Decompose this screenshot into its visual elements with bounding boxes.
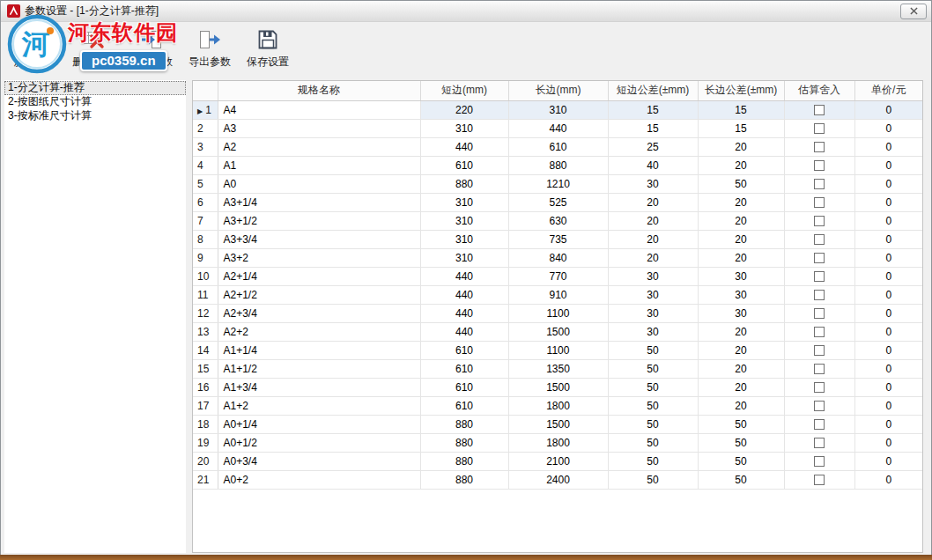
rounding-checkbox[interactable] (814, 216, 825, 226)
cell-price[interactable]: 0 (854, 100, 922, 119)
cell-spec-name[interactable]: A2 (218, 137, 420, 156)
cell-spec-name[interactable]: A2+1/2 (218, 285, 420, 304)
cell-rounding[interactable] (784, 359, 854, 378)
cell-price[interactable]: 0 (854, 415, 922, 433)
cell-long-side[interactable]: 1100 (508, 341, 608, 359)
cell-short-side[interactable]: 880 (420, 415, 508, 433)
cell-rounding[interactable] (784, 119, 854, 137)
cell-long-side[interactable]: 310 (508, 100, 608, 119)
cell-long-tolerance[interactable]: 50 (698, 433, 784, 452)
cell-rounding[interactable] (784, 433, 854, 452)
cell-price[interactable]: 0 (854, 119, 922, 137)
cell-long-side[interactable]: 2100 (508, 452, 608, 470)
cell-long-side[interactable]: 525 (508, 193, 608, 211)
cell-long-side[interactable]: 910 (508, 285, 608, 304)
cell-spec-name[interactable]: A4 (218, 100, 420, 119)
cell-long-side[interactable]: 630 (508, 211, 608, 230)
sidebar-splitter[interactable] (186, 80, 192, 553)
cell-rounding[interactable] (784, 174, 854, 193)
cell-price[interactable]: 0 (854, 322, 922, 341)
cell-rounding[interactable] (784, 304, 854, 322)
rounding-checkbox[interactable] (814, 327, 825, 337)
row-header-cell[interactable]: 18 (193, 415, 218, 433)
cell-price[interactable]: 0 (854, 359, 922, 378)
sidebar-item[interactable]: 3-按标准尺寸计算 (4, 109, 186, 123)
cell-price[interactable]: 0 (854, 452, 922, 470)
cell-short-tolerance[interactable]: 50 (608, 341, 698, 359)
export-params-button[interactable]: 导出参数 (181, 27, 239, 77)
rounding-checkbox[interactable] (814, 253, 825, 263)
cell-rounding[interactable] (784, 248, 854, 267)
rounding-checkbox[interactable] (814, 456, 825, 467)
save-settings-button[interactable]: 保存设置 (239, 27, 297, 77)
cell-spec-name[interactable]: A3 (218, 119, 420, 137)
rounding-checkbox[interactable] (814, 290, 825, 300)
col-header-price[interactable]: 单价/元 (854, 81, 922, 100)
rounding-checkbox[interactable] (814, 271, 825, 282)
row-header-cell[interactable]: 15 (193, 359, 218, 378)
cell-price[interactable]: 0 (854, 174, 922, 193)
cell-rounding[interactable] (784, 452, 854, 470)
cell-spec-name[interactable]: A0+1/2 (218, 433, 420, 452)
cell-spec-name[interactable]: A1+1/4 (218, 341, 420, 359)
cell-long-side[interactable]: 1500 (508, 415, 608, 433)
cell-long-tolerance[interactable]: 30 (698, 267, 784, 285)
cell-rounding[interactable] (784, 100, 854, 119)
cell-rounding[interactable] (784, 285, 854, 304)
cell-price[interactable]: 0 (854, 470, 922, 489)
cell-long-side[interactable]: 735 (508, 230, 608, 248)
row-header-cell[interactable]: 9 (193, 248, 218, 267)
cell-short-side[interactable]: 220 (420, 100, 508, 119)
cell-short-tolerance[interactable]: 50 (608, 452, 698, 470)
cell-short-tolerance[interactable]: 50 (608, 415, 698, 433)
cell-short-tolerance[interactable]: 50 (608, 396, 698, 415)
cell-long-side[interactable]: 880 (508, 156, 608, 174)
cell-short-side[interactable]: 440 (420, 304, 508, 322)
cell-short-side[interactable]: 310 (420, 119, 508, 137)
cell-long-tolerance[interactable]: 50 (698, 415, 784, 433)
cell-rounding[interactable] (784, 322, 854, 341)
row-header-cell[interactable]: 4 (193, 156, 218, 174)
cell-long-tolerance[interactable]: 20 (698, 193, 784, 211)
cell-long-tolerance[interactable]: 15 (698, 100, 784, 119)
cell-short-tolerance[interactable]: 40 (608, 156, 698, 174)
cell-spec-name[interactable]: A2+2 (218, 322, 420, 341)
cell-rounding[interactable] (784, 415, 854, 433)
cell-price[interactable]: 0 (854, 285, 922, 304)
cell-rounding[interactable] (784, 193, 854, 211)
close-button[interactable] (900, 4, 927, 19)
cell-spec-name[interactable]: A0+3/4 (218, 452, 420, 470)
cell-long-tolerance[interactable]: 20 (698, 378, 784, 396)
cell-short-side[interactable]: 440 (420, 322, 508, 341)
cell-price[interactable]: 0 (854, 230, 922, 248)
cell-short-tolerance[interactable]: 20 (608, 248, 698, 267)
row-header-cell[interactable]: 13 (193, 322, 218, 341)
row-header-cell[interactable]: 6 (193, 193, 218, 211)
cell-spec-name[interactable]: A3+3/4 (218, 230, 420, 248)
cell-short-tolerance[interactable]: 30 (608, 322, 698, 341)
rounding-checkbox[interactable] (814, 105, 825, 115)
cell-long-tolerance[interactable]: 20 (698, 248, 784, 267)
cell-price[interactable]: 0 (854, 248, 922, 267)
cell-long-tolerance[interactable]: 20 (698, 322, 784, 341)
cell-price[interactable]: 0 (854, 396, 922, 415)
cell-rounding[interactable] (784, 378, 854, 396)
cell-long-tolerance[interactable]: 20 (698, 396, 784, 415)
cell-long-tolerance[interactable]: 20 (698, 341, 784, 359)
rounding-checkbox[interactable] (814, 179, 825, 189)
cell-short-side[interactable]: 880 (420, 452, 508, 470)
cell-spec-name[interactable]: A0+2 (218, 470, 420, 489)
cell-long-tolerance[interactable]: 20 (698, 230, 784, 248)
cell-long-side[interactable]: 770 (508, 267, 608, 285)
rounding-checkbox[interactable] (814, 475, 825, 485)
cell-spec-name[interactable]: A3+1/2 (218, 211, 420, 230)
cell-long-side[interactable]: 1500 (508, 378, 608, 396)
cell-short-side[interactable]: 310 (420, 193, 508, 211)
rounding-checkbox[interactable] (814, 142, 825, 152)
cell-long-tolerance[interactable]: 15 (698, 119, 784, 137)
cell-spec-name[interactable]: A0+1/4 (218, 415, 420, 433)
cell-long-side[interactable]: 1800 (508, 433, 608, 452)
cell-short-side[interactable]: 610 (420, 156, 508, 174)
rounding-checkbox[interactable] (814, 364, 825, 374)
row-header-cell[interactable]: 14 (193, 341, 218, 359)
